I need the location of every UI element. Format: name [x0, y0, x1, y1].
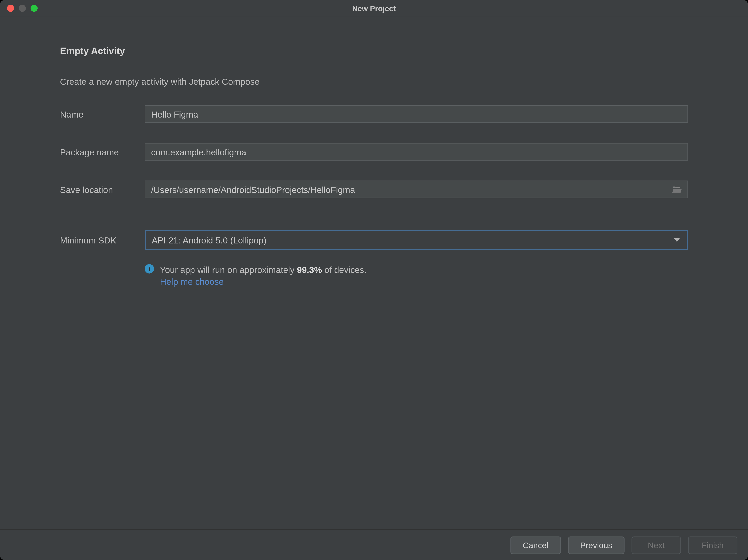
minimum-sdk-value: API 21: Android 5.0 (Lollipop) [152, 235, 266, 245]
dialog-content: Empty Activity Create a new empty activi… [0, 17, 748, 529]
form-row-min-sdk: Minimum SDK API 21: Android 5.0 (Lollipo… [60, 230, 688, 250]
maximize-window-button[interactable] [30, 5, 38, 12]
previous-button[interactable]: Previous [568, 536, 625, 554]
titlebar: New Project [0, 0, 748, 17]
dialog-footer: Cancel Previous Next Finish [0, 530, 748, 560]
new-project-dialog: New Project Empty Activity Create a new … [0, 0, 748, 560]
cancel-button[interactable]: Cancel [510, 536, 561, 554]
save-location-wrap [145, 180, 688, 198]
form-row-package: Package name [60, 143, 688, 161]
name-label: Name [60, 109, 145, 119]
page-subheading: Create a new empty activity with Jetpack… [60, 76, 688, 87]
package-name-label: Package name [60, 147, 145, 157]
minimum-sdk-select[interactable]: API 21: Android 5.0 (Lollipop) [145, 230, 688, 250]
help-me-choose-link[interactable]: Help me choose [160, 277, 367, 287]
sdk-info-prefix: Your app will run on approximately [160, 265, 297, 275]
sdk-info-text: Your app will run on approximately 99.3%… [160, 263, 367, 277]
form-row-location: Save location [60, 180, 688, 198]
close-window-button[interactable] [7, 5, 14, 12]
package-name-input[interactable] [145, 143, 688, 161]
sdk-info-suffix: of devices. [322, 265, 367, 275]
minimize-window-button[interactable] [19, 5, 26, 12]
info-icon: i [145, 264, 154, 273]
chevron-down-icon [674, 238, 680, 242]
finish-button: Finish [688, 536, 738, 554]
name-input[interactable] [145, 105, 688, 123]
next-button: Next [632, 536, 681, 554]
form-row-name: Name [60, 105, 688, 123]
sdk-info-block: i Your app will run on approximately 99.… [145, 263, 688, 287]
save-location-input[interactable] [145, 180, 688, 198]
page-heading: Empty Activity [60, 46, 688, 56]
folder-open-icon[interactable] [672, 185, 682, 194]
window-title: New Project [0, 4, 748, 13]
window-controls [7, 5, 38, 12]
sdk-info-text-wrap: Your app will run on approximately 99.3%… [160, 263, 367, 287]
save-location-label: Save location [60, 185, 145, 194]
sdk-info-percent: 99.3% [297, 265, 322, 275]
minimum-sdk-label: Minimum SDK [60, 235, 145, 245]
